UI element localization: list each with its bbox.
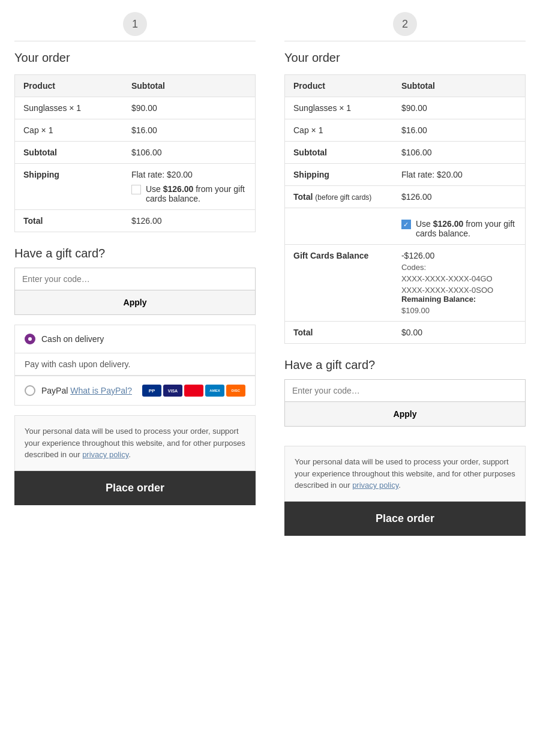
right-column: 2 Your order Product Subtotal Sunglasses… xyxy=(270,0,540,548)
right-privacy-text: Your personal data will be used to proce… xyxy=(284,446,526,502)
left-column: 1 Your order Product Subtotal Sunglasses… xyxy=(0,0,270,548)
left-subtotal-label: Subtotal xyxy=(15,142,123,164)
left-gift-input[interactable] xyxy=(14,268,256,290)
right-shipping-label: Shipping xyxy=(285,164,393,186)
left-product-2: Cap × 1 xyxy=(15,119,123,142)
right-gift-balance-row: Gift Cards Balance -$126.00 Codes: XXXX-… xyxy=(285,245,526,322)
left-col-product: Product xyxy=(15,75,123,97)
right-subtotal-value: $106.00 xyxy=(393,142,526,164)
right-place-order-button[interactable]: Place order xyxy=(284,502,526,536)
left-shipping-label: Shipping xyxy=(15,164,123,210)
right-gift-balance-value: -$126.00 Codes: XXXX-XXXX-XXXX-04GO XXXX… xyxy=(393,245,526,322)
gift-card-checkbox-label: Use $126.00 from your gift cards balance… xyxy=(146,184,247,203)
left-shipping-row: Shipping Flat rate: $20.00 Use $126.00 f… xyxy=(15,164,256,210)
cash-on-delivery-option[interactable]: Cash on delivery xyxy=(14,325,256,353)
right-total-row: Total $0.00 xyxy=(285,322,526,344)
cash-radio-button[interactable] xyxy=(25,334,35,344)
left-apply-button[interactable]: Apply xyxy=(14,290,256,315)
right-gift-checkbox-cell: ✓ Use $126.00 from your gift cards balan… xyxy=(393,208,526,245)
right-privacy-link[interactable]: privacy policy xyxy=(352,481,398,490)
left-total-value: $126.00 xyxy=(123,210,256,232)
right-gift-title: Have a gift card? xyxy=(284,358,526,372)
left-shipping-value: Flat rate: $20.00 Use $126.00 from your … xyxy=(123,164,256,210)
right-col-product: Product xyxy=(285,75,393,97)
left-col-subtotal: Subtotal xyxy=(123,75,256,97)
right-total-before-label: Total (before gift cards) xyxy=(285,186,393,208)
table-row: Sunglasses × 1 $90.00 xyxy=(15,97,256,119)
right-codes-label: Codes: xyxy=(401,263,517,272)
paypal-pp-icon: PP xyxy=(142,385,161,397)
paypal-option[interactable]: PayPal What is PayPal? PP VISA AMEX DISC xyxy=(14,376,256,406)
right-total-label: Total xyxy=(285,322,393,344)
cash-description: Pay with cash upon delivery. xyxy=(14,353,256,376)
paypal-amex-icon: AMEX xyxy=(205,385,224,397)
right-shipping-row: Shipping Flat rate: $20.00 xyxy=(285,164,526,186)
left-product-1: Sunglasses × 1 xyxy=(15,97,123,119)
right-gift-card-label: Use $126.00 from your gift cards balance… xyxy=(416,219,517,238)
left-subtotal-2: $16.00 xyxy=(123,119,256,142)
right-gift-balance-label: Gift Cards Balance xyxy=(285,245,393,322)
right-total-value: $0.00 xyxy=(393,322,526,344)
table-row: Cap × 1 $16.00 xyxy=(285,119,526,142)
right-apply-button[interactable]: Apply xyxy=(284,402,526,427)
left-subtotal-value: $106.00 xyxy=(123,142,256,164)
paypal-mc-icon xyxy=(184,385,203,397)
right-remaining-label: Remaining Balance: xyxy=(401,295,517,304)
paypal-disc-icon: DISC xyxy=(226,385,245,397)
left-place-order-button[interactable]: Place order xyxy=(14,471,256,505)
what-is-paypal-link[interactable]: What is PayPal? xyxy=(70,386,132,395)
right-remaining-value: $109.00 xyxy=(401,306,517,315)
step-2-circle: 2 xyxy=(393,12,417,36)
left-total-label: Total xyxy=(15,210,123,232)
left-order-table: Product Subtotal Sunglasses × 1 $90.00 C… xyxy=(14,74,256,232)
left-privacy-text: Your personal data will be used to proce… xyxy=(14,415,256,471)
right-order-table: Product Subtotal Sunglasses × 1 $90.00 C… xyxy=(284,74,526,344)
right-subtotal-1: $90.00 xyxy=(393,97,526,119)
left-subtotal-1: $90.00 xyxy=(123,97,256,119)
right-col-subtotal: Subtotal xyxy=(393,75,526,97)
right-shipping-value: Flat rate: $20.00 xyxy=(393,164,526,186)
paypal-visa-icon: VISA xyxy=(163,385,182,397)
left-subtotal-row: Subtotal $106.00 xyxy=(15,142,256,164)
right-subtotal-label: Subtotal xyxy=(285,142,393,164)
right-subtotal-2: $16.00 xyxy=(393,119,526,142)
right-total-before-value: $126.00 xyxy=(393,186,526,208)
right-code-2: XXXX-XXXX-XXXX-0SOO xyxy=(401,286,517,295)
right-gift-input[interactable] xyxy=(284,379,526,402)
step-1-circle: 1 xyxy=(123,12,147,36)
paypal-icons: PP VISA AMEX DISC xyxy=(142,385,245,397)
left-privacy-link[interactable]: privacy policy xyxy=(82,450,128,459)
left-total-row: Total $126.00 xyxy=(15,210,256,232)
right-product-2: Cap × 1 xyxy=(285,119,393,142)
right-product-1: Sunglasses × 1 xyxy=(285,97,393,119)
paypal-label: PayPal What is PayPal? xyxy=(41,386,132,395)
cash-label: Cash on delivery xyxy=(41,334,104,344)
right-section-title: Your order xyxy=(284,51,526,65)
left-gift-title: Have a gift card? xyxy=(14,247,256,260)
left-section-title: Your order xyxy=(14,51,256,65)
right-gift-card-checkbox[interactable]: ✓ xyxy=(401,220,411,229)
table-row: Cap × 1 $16.00 xyxy=(15,119,256,142)
right-code-1: XXXX-XXXX-XXXX-04GO xyxy=(401,274,517,283)
right-gift-checkbox-row: ✓ Use $126.00 from your gift cards balan… xyxy=(285,208,526,245)
paypal-radio-button[interactable] xyxy=(25,385,35,396)
gift-card-checkbox[interactable] xyxy=(131,185,141,194)
table-row: Sunglasses × 1 $90.00 xyxy=(285,97,526,119)
right-subtotal-row: Subtotal $106.00 xyxy=(285,142,526,164)
right-total-before-row: Total (before gift cards) $126.00 xyxy=(285,186,526,208)
